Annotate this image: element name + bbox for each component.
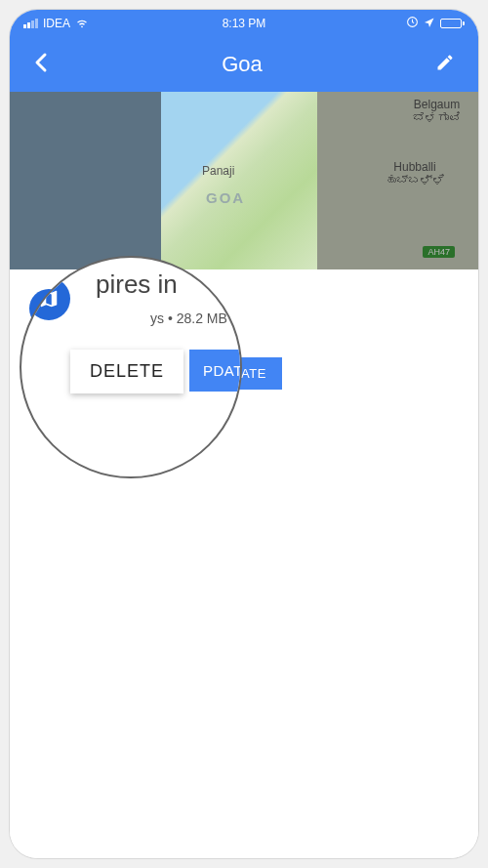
map-label-hubballi-en: Hubballi (393, 160, 435, 174)
zoom-size-info: ys • 28.2 MB (150, 310, 227, 326)
delete-button[interactable]: DELETE (70, 350, 183, 393)
pencil-icon (435, 53, 455, 72)
map-label-hubballi-native: ಹುಬ್ಬಳ್ಳಿ (385, 174, 445, 187)
map-label-goa: GOA (206, 189, 245, 206)
status-bar: IDEA 8:13 PM (10, 10, 478, 37)
carrier-label: IDEA (43, 17, 70, 30)
map-label-belgaum-native: ಬೆಳಗಾವಿ (413, 111, 461, 125)
status-time: 8:13 PM (223, 17, 266, 30)
status-left: IDEA (23, 16, 89, 32)
map-label-belgaum-en: Belgaum (414, 98, 460, 111)
chevron-left-icon (33, 51, 49, 74)
map-preview[interactable]: Panaji GOA Belgaum ಬೆಳಗಾವಿ Hubballi ಹುಬ್… (10, 92, 478, 269)
map-dim-left (10, 92, 161, 269)
device-frame: IDEA 8:13 PM Goa (10, 10, 478, 858)
edit-button[interactable] (427, 45, 463, 84)
zoom-highlight: pires in ys • 28.2 MB DELETE PDATE (20, 256, 242, 478)
page-title: Goa (222, 52, 263, 77)
nav-bar: Goa (10, 37, 478, 92)
status-right (406, 16, 465, 31)
content-area: pires in ys • 28.2 MB PDATE pires in ys … (10, 269, 478, 858)
map-active-region: Panaji GOA (161, 92, 317, 269)
zoom-expiry-heading: pires in (96, 269, 178, 300)
map-label-hubballi: Hubballi ಹುಬ್ಬಳ್ಳಿ (385, 160, 445, 187)
orientation-lock-icon (406, 16, 419, 31)
wifi-icon (75, 16, 89, 32)
highway-badge: AH47 (423, 246, 455, 258)
zoom-update-button[interactable]: PDATE (189, 350, 242, 392)
map-dim-right: Belgaum ಬೆಳಗಾವಿ Hubballi ಹುಬ್ಬಳ್ಳಿ AH47 (317, 92, 478, 269)
location-icon (424, 17, 435, 31)
map-label-belgaum: Belgaum ಬೆಳಗಾವಿ (413, 98, 461, 125)
signal-icon (23, 19, 38, 28)
battery-icon (440, 19, 465, 28)
back-button[interactable] (25, 43, 57, 86)
map-label-panaji: Panaji (202, 164, 234, 178)
